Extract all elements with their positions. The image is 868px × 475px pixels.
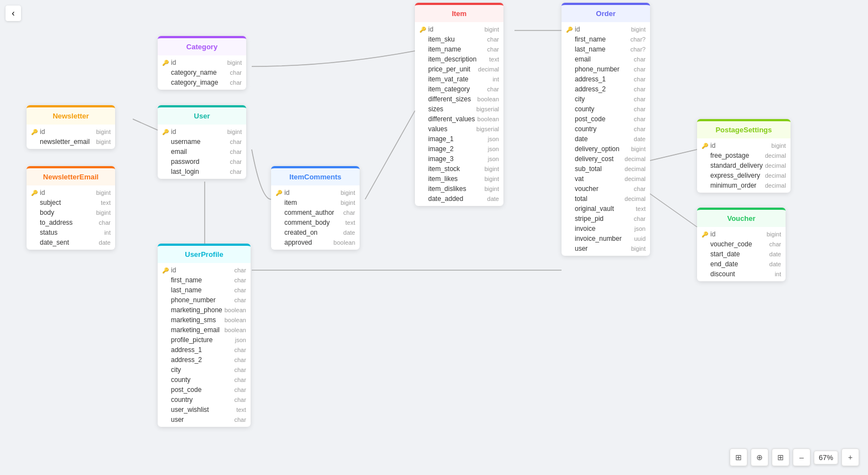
field-type: char: [634, 76, 646, 82]
field-type: char: [230, 158, 242, 165]
table-row: 🔑idbigint: [697, 229, 786, 239]
table-user[interactable]: User🔑idbigintusernamecharemailcharpasswo…: [158, 105, 246, 179]
field-type: char: [487, 36, 499, 43]
zoom-out-button[interactable]: –: [793, 448, 810, 466]
field-type: char: [634, 66, 646, 73]
table-row: item_dislikesbigint: [415, 184, 503, 194]
table-row: countychar: [562, 104, 650, 114]
field-type: char: [99, 219, 111, 226]
field-type: decimal: [625, 166, 646, 172]
field-name: email: [171, 148, 228, 156]
field-type: bigint: [227, 128, 242, 135]
table-row: subjecttext: [27, 198, 115, 208]
table-row: item_likesbigint: [415, 174, 503, 184]
table-body-postage_settings: 🔑idbigintfree_postagedecimalstandard_del…: [697, 138, 791, 193]
table-category[interactable]: Category🔑idbigintcategory_namecharcatego…: [158, 36, 246, 90]
field-type: char: [634, 96, 646, 102]
field-name: voucher_code: [710, 240, 767, 248]
table-newsletter[interactable]: Newsletter🔑idbigintnewsletter_emailbigin…: [27, 105, 115, 149]
field-type: char: [230, 79, 242, 86]
table-row: valuesbigserial: [415, 124, 503, 134]
field-name: profile_picture: [171, 336, 233, 344]
table-postage_settings[interactable]: PostageSettings🔑idbigintfree_postagedeci…: [697, 119, 791, 193]
table-row: countrychar: [562, 124, 650, 134]
table-row: first_namechar: [158, 275, 251, 285]
table-voucher[interactable]: Voucher🔑idbigintvoucher_codecharstart_da…: [697, 208, 786, 281]
field-name: sizes: [428, 105, 474, 113]
table-order[interactable]: Order🔑idbigintfirst_namechar?last_namech…: [562, 3, 650, 256]
table-row: different_valuesboolean: [415, 114, 503, 124]
diagram-canvas[interactable]: Newsletter🔑idbigintnewsletter_emailbigin…: [0, 0, 868, 475]
field-type: bigint: [96, 138, 111, 145]
field-type: char: [230, 138, 242, 145]
table-row: comment_authorchar: [271, 208, 360, 218]
field-type: char: [634, 215, 646, 222]
field-type: char: [487, 86, 499, 92]
field-type: boolean: [225, 317, 246, 323]
table-row: image_2json: [415, 144, 503, 154]
table-body-newsletter_email: 🔑idbigintsubjecttextbodybigintto_address…: [27, 185, 115, 250]
field-name: id: [40, 189, 94, 197]
field-name: date: [575, 135, 632, 143]
field-type: char: [234, 267, 246, 273]
pointer-button[interactable]: ⊕: [751, 448, 768, 466]
field-type: char: [634, 126, 646, 132]
field-type: bigint: [485, 26, 499, 33]
table-row: approvedboolean: [271, 237, 360, 247]
table-row: 🔑idbigint: [27, 127, 115, 137]
pk-icon: 🔑: [31, 129, 38, 135]
table-row: bodybigint: [27, 208, 115, 218]
field-type: bigint: [771, 142, 786, 149]
zoom-level: 67%: [814, 451, 838, 464]
table-row: last_loginchar: [158, 167, 246, 177]
table-row: 🔑idbigint: [158, 58, 246, 68]
field-name: first_name: [575, 35, 628, 43]
table-view-button[interactable]: ⊞: [730, 448, 747, 466]
field-name: image_3: [428, 155, 486, 163]
field-name: id: [171, 128, 225, 136]
field-name: category_image: [171, 79, 228, 86]
grid-button[interactable]: ⊞: [772, 448, 789, 466]
table-row: emailchar: [158, 147, 246, 157]
field-name: delivery_cost: [575, 155, 622, 163]
field-name: invoice_number: [575, 235, 632, 242]
field-name: end_date: [710, 260, 767, 268]
table-row: last_namechar: [158, 285, 251, 295]
table-row: passwordchar: [158, 157, 246, 167]
field-name: created_on: [284, 229, 341, 236]
table-row: 🔑idbigint: [27, 188, 115, 198]
field-type: bigint: [96, 189, 111, 196]
table-header-voucher: Voucher: [697, 208, 786, 227]
table-row: itembigint: [271, 198, 360, 208]
table-row: statusint: [27, 228, 115, 237]
table-row: voucher_codechar: [697, 239, 786, 249]
field-name: image_2: [428, 145, 486, 153]
table-row: citychar: [562, 94, 650, 104]
table-row: free_postagedecimal: [697, 151, 791, 161]
bottom-toolbar: ⊞ ⊕ ⊞ – 67% +: [730, 448, 859, 466]
zoom-in-button[interactable]: +: [841, 448, 859, 466]
field-type: boolean: [225, 327, 246, 333]
field-type: char: [234, 347, 246, 353]
field-name: standard_delivery: [710, 162, 763, 169]
field-type: boolean: [225, 307, 246, 313]
table-row: delivery_costdecimal: [562, 154, 650, 164]
field-type: text: [236, 406, 246, 413]
back-button[interactable]: ‹: [6, 6, 21, 21]
field-name: item_category: [428, 85, 485, 93]
table-item_comments[interactable]: ItemComments🔑idbigintitembigintcomment_a…: [271, 166, 360, 250]
table-row: address_2char: [562, 84, 650, 94]
pk-icon: 🔑: [31, 190, 38, 196]
table-row: marketing_smsboolean: [158, 315, 251, 325]
pk-icon: 🔑: [419, 27, 426, 33]
field-type: bigint: [631, 26, 646, 33]
table-row: userchar: [158, 415, 251, 425]
field-name: item_name: [428, 45, 485, 53]
field-type: char: [634, 116, 646, 122]
table-item[interactable]: Item🔑idbigintitem_skucharitem_namecharit…: [415, 3, 503, 206]
field-name: start_date: [710, 250, 767, 258]
field-type: char: [234, 277, 246, 283]
table-user_profile[interactable]: UserProfile🔑idcharfirst_namecharlast_nam…: [158, 244, 251, 427]
table-row: invoicejson: [562, 224, 650, 234]
table-newsletter_email[interactable]: NewsletterEmail🔑idbigintsubjecttextbodyb…: [27, 166, 115, 250]
